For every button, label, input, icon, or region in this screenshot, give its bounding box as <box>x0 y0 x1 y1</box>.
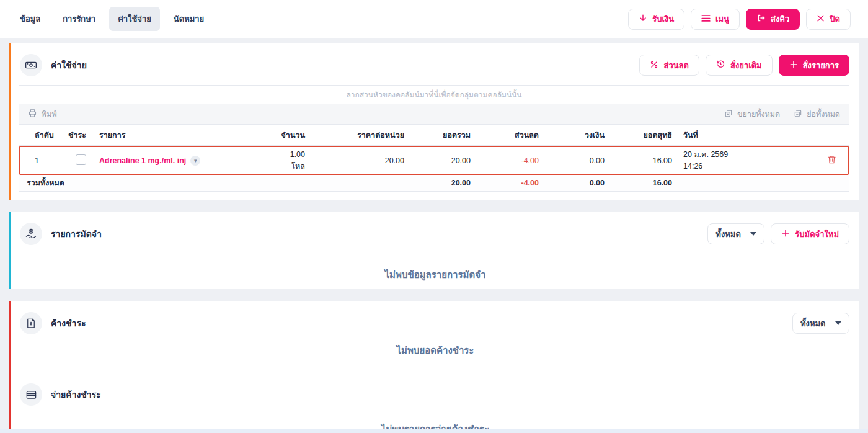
outstanding-filter-select[interactable]: ทั้งหมด <box>792 313 849 334</box>
deposits-empty-text: ไม่พบข้อมูลรายการมัดจำ <box>11 267 859 282</box>
pay-outstanding-title: จ่ายค้างชำระ <box>51 388 101 401</box>
top-bar: ข้อมูล การรักษา ค่าใช้จ่าย นัดหมาย รับเง… <box>0 0 868 38</box>
summary-discount: -4.00 <box>473 179 541 187</box>
bottom-strip <box>0 429 868 433</box>
tab-info[interactable]: ข้อมูล <box>11 7 49 31</box>
tab-list: ข้อมูล การรักษา ค่าใช้จ่าย นัดหมาย <box>11 7 213 31</box>
plus-icon <box>781 229 790 239</box>
deposits-filter-select[interactable]: ทั้งหมด <box>707 223 764 244</box>
row-discount: -4.00 <box>473 156 541 165</box>
row-credit-limit: 0.00 <box>541 156 607 165</box>
col-net[interactable]: ยอดสุทธิ <box>607 129 675 141</box>
col-order[interactable]: ลำดับ <box>19 129 66 141</box>
row-qty: 1.00 <box>267 149 305 160</box>
col-paid[interactable]: ชำระ <box>66 129 97 141</box>
expand-all-button[interactable]: ขยายทั้งหมด <box>724 108 780 120</box>
table-header-row: ลำดับ ชำระ รายการ จำนวน ราคาต่อหน่วย ยอด… <box>19 125 849 146</box>
collapse-all-button[interactable]: ย่อทั้งหมด <box>794 108 840 120</box>
summary-credit-limit: 0.00 <box>541 179 607 187</box>
trash-icon <box>827 154 836 166</box>
row-order: 1 <box>19 156 66 165</box>
discount-button[interactable]: ส่วนลด <box>639 55 699 76</box>
expenses-table: ลากส่วนหัวของคอลัมน์มาที่นี่เพื่อจัดกลุ่… <box>19 85 849 192</box>
menu-button[interactable]: เมนู <box>691 9 740 30</box>
plus-icon <box>789 60 798 71</box>
expenses-section: ค่าใช้จ่าย ส่วนลด สั่งยาเดิม สั่งรายการ … <box>9 43 859 200</box>
caret-down-icon <box>835 321 841 325</box>
outstanding-section: ค้างชำระ ทั้งหมด ไม่พบยอดค้างชำระ จ่ายค้… <box>9 301 859 433</box>
col-discount[interactable]: ส่วนลด <box>473 129 541 141</box>
col-qty[interactable]: จำนวน <box>264 129 308 141</box>
send-queue-icon <box>756 14 766 24</box>
hand-coin-icon <box>20 223 42 245</box>
row-item-name[interactable]: Adrenaline 1 mg./ml. inj <box>99 156 186 165</box>
row-time: 14:26 <box>683 161 812 172</box>
deposits-title: รายการมัดจำ <box>51 227 102 241</box>
tab-treatment[interactable]: การรักษา <box>54 7 104 31</box>
col-unit-price[interactable]: ราคาต่อหน่วย <box>308 129 407 141</box>
receive-money-button[interactable]: รับเงิน <box>628 9 684 30</box>
paid-checkbox[interactable] <box>76 154 86 165</box>
row-date: 20 ม.ค. 2569 <box>683 149 812 160</box>
outstanding-title: ค้างชำระ <box>51 316 86 330</box>
summary-label: รวมทั้งหมด <box>19 177 264 189</box>
summary-total: 20.00 <box>407 179 473 187</box>
top-actions: รับเงิน เมนู ส่งคิว ปิด <box>628 9 851 30</box>
history-icon <box>716 60 725 71</box>
delete-row-button[interactable] <box>814 154 849 166</box>
tab-appointment[interactable]: นัดหมาย <box>165 7 213 31</box>
percent-icon <box>650 60 658 71</box>
summary-net: 16.00 <box>607 179 675 187</box>
add-item-button[interactable]: สั่งรายการ <box>779 55 849 76</box>
banknote-icon <box>20 54 42 76</box>
table-row[interactable]: 1 Adrenaline 1 mg./ml. inj ▾ 1.00 โหล 20… <box>19 146 849 175</box>
close-button[interactable]: ปิด <box>806 9 851 30</box>
hamburger-icon <box>701 14 711 24</box>
col-total[interactable]: ยอดรวม <box>407 129 473 141</box>
tab-expenses[interactable]: ค่าใช้จ่าย <box>109 7 160 31</box>
group-by-hint[interactable]: ลากส่วนหัวของคอลัมน์มาที่นี่เพื่อจัดกลุ่… <box>19 86 849 104</box>
col-credit-limit[interactable]: วงเงิน <box>541 129 607 141</box>
payment-card-icon <box>20 383 42 406</box>
row-total: 20.00 <box>407 156 473 165</box>
printer-icon <box>28 109 37 120</box>
send-queue-button[interactable]: ส่งคิว <box>746 9 800 30</box>
expenses-title: ค่าใช้จ่าย <box>51 58 87 72</box>
col-item[interactable]: รายการ <box>97 129 264 141</box>
expand-all-icon <box>724 109 733 120</box>
chevron-down-icon[interactable]: ▾ <box>190 156 200 166</box>
collapse-all-icon <box>794 109 802 120</box>
row-unit: โหล <box>267 161 305 172</box>
outstanding-empty-text: ไม่พบยอดค้างชำระ <box>11 343 859 358</box>
close-icon <box>817 14 825 24</box>
new-deposit-button[interactable]: รับมัดจำใหม่ <box>771 223 849 244</box>
deposits-section: รายการมัดจำ ทั้งหมด รับมัดจำใหม่ ไม่พบข้… <box>9 212 859 289</box>
arrow-down-icon <box>639 14 647 24</box>
table-summary-row: รวมทั้งหมด 20.00 -4.00 0.00 16.00 <box>19 175 849 191</box>
row-unit-price: 20.00 <box>308 156 407 165</box>
invoice-icon <box>20 312 42 334</box>
caret-down-icon <box>750 232 756 236</box>
previous-order-button[interactable]: สั่งยาเดิม <box>706 55 773 76</box>
row-net: 16.00 <box>607 156 675 165</box>
col-date[interactable]: วันที่ <box>675 129 814 141</box>
print-button[interactable]: พิมพ์ <box>28 108 57 120</box>
